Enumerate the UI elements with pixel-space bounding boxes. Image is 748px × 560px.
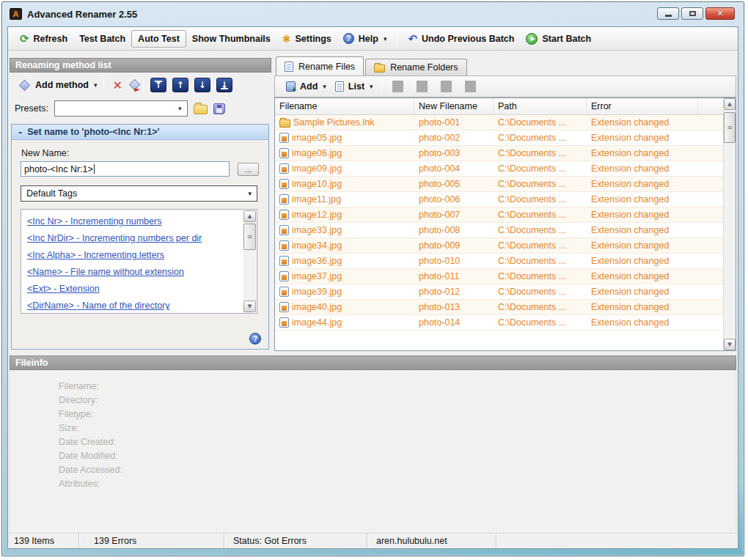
save-preset-icon[interactable] xyxy=(213,103,225,114)
table-row[interactable]: image34.jpgphoto-009C:\Documents ...Exte… xyxy=(275,238,723,254)
cell-error: Extension changed xyxy=(587,133,698,143)
column-header-path[interactable]: Path xyxy=(494,98,587,114)
open-preset-icon[interactable] xyxy=(194,105,208,114)
chevron-down-icon[interactable]: ▾ xyxy=(175,103,186,114)
scroll-up-button[interactable]: ▲ xyxy=(243,210,256,222)
titlebar[interactable]: A Advanced Renamer 2.55 ✕ xyxy=(2,2,744,26)
refresh-label: Refresh xyxy=(34,34,68,44)
cell-error: Extension changed xyxy=(587,287,698,297)
settings-button[interactable]: ✱ Settings xyxy=(276,30,337,48)
column-header-error[interactable]: Error xyxy=(587,98,698,114)
tag-link[interactable]: <Inc NrDir> - Incrementing numbers per d… xyxy=(27,230,241,247)
minimize-button[interactable] xyxy=(657,7,679,20)
close-button[interactable]: ✕ xyxy=(705,7,735,20)
fileinfo-label: Filename: xyxy=(59,380,736,394)
tag-link[interactable]: <Inc Nr> - Incrementing numbers xyxy=(27,213,241,230)
undo-icon: ↶ xyxy=(408,32,417,45)
table-row[interactable]: image40.jpgphoto-013C:\Documents ...Exte… xyxy=(275,300,723,315)
cell-error: Extension changed xyxy=(587,148,698,158)
fileinfo-body: Filename:Directory:Filetype:Size:Date Cr… xyxy=(10,371,736,535)
image-file-icon xyxy=(279,194,289,205)
table-row[interactable]: image44.jpgphoto-014C:\Documents ...Exte… xyxy=(275,315,723,331)
tag-link[interactable]: <Ext> - Extension xyxy=(27,281,241,298)
move-to-bottom-button[interactable]: ↓ xyxy=(216,78,232,92)
table-row[interactable]: image37.jpgphoto-011C:\Documents ...Exte… xyxy=(275,269,723,284)
cell-new-filename: photo-010 xyxy=(414,256,494,266)
table-row[interactable]: image11.jpgphoto-006C:\Documents ...Exte… xyxy=(275,192,723,207)
move-to-top-button[interactable]: ↑ xyxy=(150,78,166,92)
app-icon: A xyxy=(10,8,22,20)
table-row[interactable]: image10.jpgphoto-005C:\Documents ...Exte… xyxy=(275,177,723,192)
presets-combobox[interactable]: ▾ xyxy=(54,100,188,117)
status-filler xyxy=(496,534,738,548)
scroll-down-button[interactable]: ▼ xyxy=(724,339,736,350)
table-row[interactable]: image05.jpgphoto-002C:\Documents ...Exte… xyxy=(275,130,723,146)
cell-filename: image10.jpg xyxy=(275,179,414,189)
tags-category-dropdown[interactable]: Default Tags ▾ xyxy=(21,185,257,202)
table-row[interactable]: Sample Pictures.lnkphoto-001C:\Documents… xyxy=(275,115,723,130)
column-header-filename[interactable]: Filename xyxy=(275,98,414,114)
start-batch-button[interactable]: ▶ Start Batch xyxy=(520,30,597,48)
cell-filename: image12.jpg xyxy=(275,210,414,220)
list-button[interactable]: List ▾ xyxy=(331,79,378,94)
show-thumbnails-button[interactable]: Show Thumbnails xyxy=(186,31,276,47)
table-row[interactable]: image09.jpgphoto-004C:\Documents ...Exte… xyxy=(275,161,723,177)
scrollbar-thumb[interactable]: ≡ xyxy=(243,224,256,250)
table-scrollbar[interactable]: ▲ ≡ ▼ xyxy=(723,98,736,350)
cell-new-filename: photo-007 xyxy=(414,210,494,220)
maximize-button[interactable] xyxy=(681,7,703,20)
status-bar: 139 Items 139 Errors Status: Got Errors … xyxy=(8,533,738,548)
table-row[interactable]: image33.jpgphoto-008C:\Documents ...Exte… xyxy=(275,223,723,238)
refresh-button[interactable]: ⟳ Refresh xyxy=(14,31,73,47)
image-file-icon xyxy=(279,287,289,297)
tags-box: <Inc Nr> - Incrementing numbers<Inc NrDi… xyxy=(21,209,257,314)
add-files-button[interactable]: Add ▾ xyxy=(282,79,331,94)
files-panel: Rename Files Rename Folders Add ▾ List ▾ xyxy=(274,56,736,351)
method-header[interactable]: - Set name to 'photo-<Inc Nr:1>' xyxy=(12,125,268,140)
table-row[interactable]: image06.jpgphoto-003C:\Documents ...Exte… xyxy=(275,146,723,161)
auto-test-button[interactable]: Auto Test xyxy=(131,30,186,48)
scroll-up-button[interactable]: ▲ xyxy=(724,98,736,110)
tag-link[interactable]: <Inc Alpha> - Incrementing letters xyxy=(27,247,241,264)
tag-link[interactable]: <DirName> - Name of the directory xyxy=(27,298,241,310)
tab-rename-files[interactable]: Rename Files xyxy=(276,56,364,75)
tags-scrollbar[interactable]: ▲ ≡ ▼ xyxy=(243,210,256,312)
cell-new-filename: photo-005 xyxy=(414,179,494,189)
test-batch-button[interactable]: Test Batch xyxy=(73,31,131,47)
cell-filename: image39.jpg xyxy=(275,287,414,297)
browse-button[interactable]: ... xyxy=(238,163,259,176)
column-header-new-filename[interactable]: New Filename xyxy=(414,98,494,114)
red-arrow-icon: ► xyxy=(134,85,140,93)
cell-error: Extension changed xyxy=(587,225,698,235)
scrollbar-thumb[interactable]: ≡ xyxy=(724,112,736,143)
diamond-icon xyxy=(19,79,31,91)
cell-error: Extension changed xyxy=(587,163,698,174)
cell-new-filename: photo-003 xyxy=(414,148,494,158)
new-name-input[interactable]: photo-<Inc Nr:1> xyxy=(21,161,230,177)
help-button[interactable]: ? Help ▾ xyxy=(337,30,393,47)
minimize-icon xyxy=(665,15,672,17)
move-up-button[interactable]: ↑ xyxy=(172,78,188,92)
tab-rename-folders[interactable]: Rename Folders xyxy=(365,59,466,75)
table-row[interactable]: image39.jpgphoto-012C:\Documents ...Exte… xyxy=(275,284,723,300)
cell-error: Extension changed xyxy=(587,317,698,328)
image-file-icon xyxy=(279,148,289,158)
test-batch-label: Test Batch xyxy=(79,34,125,44)
cell-error: Extension changed xyxy=(587,271,698,281)
status-items: 139 Items xyxy=(8,534,79,548)
move-down-button[interactable]: ↓ xyxy=(194,78,210,92)
apply-method-button[interactable]: ► xyxy=(127,80,139,91)
collapse-icon[interactable]: - xyxy=(18,127,22,138)
table-row[interactable]: image12.jpgphoto-007C:\Documents ...Exte… xyxy=(275,207,723,223)
add-method-button[interactable]: Add method ▾ xyxy=(15,78,100,92)
chevron-down-icon: ▾ xyxy=(384,35,387,43)
table-row[interactable]: image36.jpgphoto-010C:\Documents ...Exte… xyxy=(275,254,723,269)
tag-link[interactable]: <Name> - File name without extension xyxy=(27,264,241,281)
cell-path: C:\Documents ... xyxy=(494,240,587,251)
remove-method-button[interactable]: ✕ xyxy=(112,78,122,92)
image-file-icon xyxy=(279,271,289,281)
scroll-down-button[interactable]: ▼ xyxy=(243,301,256,312)
undo-previous-batch-button[interactable]: ↶ Undo Previous Batch xyxy=(402,29,520,48)
method-help-icon[interactable]: ? xyxy=(249,333,261,345)
cell-new-filename: photo-009 xyxy=(414,240,494,251)
